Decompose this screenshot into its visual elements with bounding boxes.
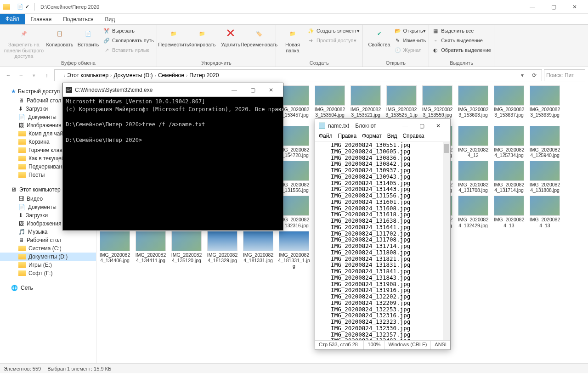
file-item[interactable]: IMG_20200824_125734.jpg (492, 126, 526, 158)
file-item[interactable]: IMG_20200824_181329.jpg (206, 231, 239, 269)
edit-button[interactable]: ✎Изменить (394, 36, 426, 45)
menu-item[interactable]: Формат (362, 133, 382, 141)
file-item[interactable]: IMG_20200824_125940.jpg (528, 126, 561, 158)
sidebar-item[interactable]: Документы (D:) (0, 253, 96, 261)
file-item[interactable]: IMG_20200823_153603.jpg (457, 85, 490, 123)
breadcrumb-segment[interactable]: Этот компьютер (66, 72, 109, 79)
file-item[interactable]: IMG_20200824_13 (492, 196, 526, 228)
file-item[interactable]: IMG_20200824_181331.jpg (242, 231, 275, 269)
sidebar-icon: ⬇ (18, 212, 23, 219)
file-item[interactable]: IMG_20200823_153504.jpg (313, 85, 346, 123)
file-name: IMG_20200823_153603.jpg (457, 107, 490, 118)
maximize-button[interactable]: ▢ (413, 123, 430, 129)
create-element-button[interactable]: ✨Создать элемент ▾ (307, 26, 360, 35)
menu-item[interactable]: Файл (319, 133, 333, 141)
properties-button[interactable]: ✔Свойства (366, 26, 393, 48)
menu-item[interactable]: Вид (387, 133, 397, 141)
sidebar-item-label: Документы (28, 114, 57, 120)
select-all-button[interactable]: ▦Выделить все (432, 26, 491, 35)
search-input[interactable]: Поиск: Пит (544, 69, 585, 81)
file-name: IMG_20200824_181331.jpg (242, 252, 275, 263)
copy-path-button[interactable]: 🔗Скопировать путь (103, 36, 154, 45)
close-button[interactable]: ✕ (430, 123, 447, 129)
minimize-button[interactable]: — (397, 123, 413, 129)
file-item[interactable]: IMG_20200824_131714.jpg (492, 161, 526, 193)
maximize-button[interactable]: ▢ (543, 0, 564, 14)
paste-button[interactable]: 📄 Вставить (74, 26, 102, 48)
scrollbar[interactable] (443, 142, 450, 340)
qat-btn[interactable]: ✓ (25, 4, 32, 10)
move-to-button[interactable]: 📁Переместить (160, 26, 187, 48)
up-button[interactable]: ↑ (41, 70, 52, 81)
refresh-button[interactable]: ⟳ (529, 70, 540, 81)
recent-button[interactable]: ▾ (28, 70, 40, 81)
file-item[interactable]: IMG_20200824_134411.jpg (134, 231, 167, 269)
notepad-text-area[interactable]: IMG_20200824_130551.jpg IMG_20200824_130… (315, 142, 450, 340)
file-item[interactable]: IMG_20200823_153525_1.jpg (385, 85, 418, 123)
file-item[interactable]: IMG_20200823_153521.jpg (349, 85, 382, 123)
menu-item[interactable]: Правка (338, 133, 357, 141)
tab-file[interactable]: Файл (0, 14, 25, 24)
file-name: IMG_20200824_181331_1.jpg (277, 252, 311, 269)
sidebar-item-label: Документы (D:) (28, 253, 68, 260)
addr-dropdown-button[interactable]: ▾ (517, 70, 528, 81)
file-item[interactable]: IMG_20200824_13 (528, 196, 561, 228)
paste-shortcut-button[interactable]: ↗Вставить ярлык (103, 45, 154, 55)
tab-view[interactable]: Вид (99, 14, 121, 24)
history-button[interactable]: 🕘Журнал (394, 45, 426, 55)
qat-btn[interactable]: 📄 (17, 4, 23, 10)
sidebar-icon: 📄 (18, 114, 25, 120)
minimize-button[interactable]: — (225, 87, 243, 93)
breadcrumb-segment[interactable]: Документы (D:) (113, 72, 153, 79)
tab-share[interactable]: Поделиться (57, 14, 99, 24)
notepad-window[interactable]: name.txt – Блокнот — ▢ ✕ ФайлПравкаФорма… (315, 118, 451, 350)
maximize-button[interactable]: ▢ (243, 87, 262, 93)
sidebar-item[interactable]: Игры (E:) (0, 261, 96, 269)
copy-button[interactable]: 📋 Копировать (46, 26, 74, 48)
network-header[interactable]: 🌐 Сеть (0, 283, 96, 293)
back-button[interactable]: ← (3, 70, 14, 81)
rename-button[interactable]: 🏷️Переименовать (245, 26, 273, 48)
cmd-title-bar[interactable]: C:\ C:\Windows\System32\cmd.exe — ▢ ✕ (63, 83, 283, 97)
file-item[interactable]: IMG_20200823_153639.jpg (528, 85, 561, 123)
forward-button[interactable]: → (16, 70, 27, 81)
file-item[interactable]: IMG_20200824_131708.jpg (457, 161, 490, 193)
breadcrumb-segment[interactable]: Семейное (157, 72, 185, 79)
sidebar-item[interactable]: Система (C:) (0, 244, 96, 253)
close-button[interactable]: ✕ (262, 87, 280, 93)
ribbon-group-select: ▦Выделить все ▫Снять выделение ◐Обратить… (429, 25, 494, 67)
copy-to-button[interactable]: 📁Копировать (188, 26, 216, 48)
close-button[interactable]: ✕ (564, 0, 585, 14)
file-item[interactable]: IMG_20200823_153559.jpg (421, 85, 454, 123)
cmd-window[interactable]: C:\ C:\Windows\System32\cmd.exe — ▢ ✕ Mi… (62, 83, 283, 231)
cut-button[interactable]: ✂️Вырезать (103, 26, 154, 35)
file-name: IMG_20200824_131708.jpg (457, 182, 490, 193)
breadcrumb-segment[interactable]: Питер 2020 (188, 72, 220, 79)
file-item[interactable]: IMG_20200823_153637.jpg (492, 85, 526, 123)
sidebar-item-label: Изображения (27, 220, 61, 227)
file-item[interactable]: IMG_20200824_135120.jpg (170, 231, 203, 269)
path-bar[interactable]: › Этот компьютер› Документы (D:)› Семейн… (54, 69, 542, 81)
minimize-button[interactable]: — (522, 0, 543, 14)
notepad-title-bar[interactable]: name.txt – Блокнот — ▢ ✕ (315, 119, 450, 133)
file-name: IMG_20200823_153504.jpg (313, 107, 346, 118)
file-name: IMG_20200824_181329.jpg (206, 252, 239, 263)
open-button[interactable]: 📂Открыть ▾ (394, 26, 426, 35)
file-item[interactable]: IMG_20200824_132429.jpg (457, 196, 490, 228)
invert-selection-button[interactable]: ◐Обратить выделение (432, 45, 491, 55)
menu-item[interactable]: Справка (402, 133, 424, 141)
file-item[interactable]: IMG_20200824_181331_1.jpg (277, 231, 311, 269)
file-item[interactable]: IMG_20200824_134406.jpg (98, 231, 131, 269)
sidebar-item[interactable]: 🖥Рабочий стол (0, 236, 96, 244)
file-name: IMG_20200824_125734.jpg (492, 147, 526, 158)
new-folder-button[interactable]: 📁Новая папка (279, 26, 306, 53)
file-item[interactable]: IMG_20200824_131808.jpg (528, 161, 561, 193)
select-none-button[interactable]: ▫Снять выделение (432, 36, 491, 45)
easy-access-button[interactable]: ➜Простой доступ ▾ (307, 36, 360, 45)
pin-button[interactable]: 📌 Закрепить на панели быстрого доступа (3, 26, 45, 59)
tab-home[interactable]: Главная (25, 14, 58, 24)
group-label: Упорядочить (160, 60, 273, 66)
cmd-output[interactable]: Microsoft Windows [Version 10.0.19042.86… (63, 97, 283, 230)
sidebar-item[interactable]: Софт (F:) (0, 269, 96, 277)
file-item[interactable]: IMG_20200824_12 (457, 126, 490, 158)
